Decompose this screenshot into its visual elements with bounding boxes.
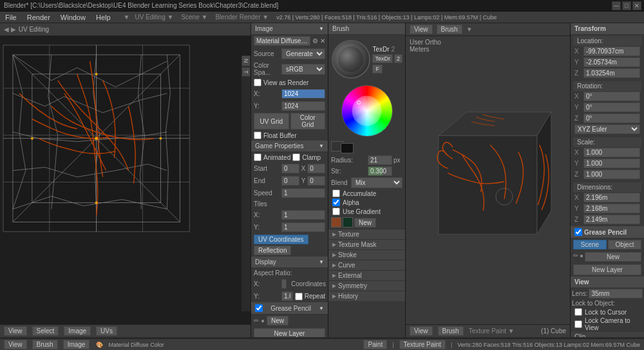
viewport-tex-paint-dropdown[interactable]: Texture Paint ▼ (469, 327, 515, 335)
color-grid-button[interactable]: Color Grid (290, 113, 326, 130)
uv-grid-button[interactable]: UV Grid (254, 113, 289, 130)
aspect-x-input[interactable] (281, 279, 287, 289)
speed-input[interactable] (281, 188, 325, 198)
use-gradient-check[interactable] (332, 208, 340, 215)
dim-x-input[interactable]: 2.196m (583, 193, 640, 202)
curve-section[interactable]: ▶ Curve (328, 260, 405, 270)
x-game-input[interactable] (307, 164, 325, 173)
viewport-footer-view-btn[interactable]: View (410, 326, 433, 336)
f-button[interactable]: F (372, 64, 383, 73)
gp-right-new-layer-btn[interactable]: New Layer (573, 264, 641, 275)
y-res-input[interactable] (281, 101, 325, 111)
float-buffer-check[interactable] (254, 131, 261, 139)
loc-y-input[interactable]: -2.05734m (583, 57, 640, 67)
menu-help[interactable]: Help (93, 14, 113, 21)
symmetry-section[interactable]: ▶ Symmetry (328, 280, 405, 291)
view-section-header[interactable]: View (571, 277, 644, 288)
rot-x-input[interactable]: 0° (583, 92, 640, 101)
scale-y-input[interactable]: 1.000 (583, 159, 640, 168)
gp-right-section-header[interactable]: Grease Pencil (571, 226, 644, 238)
brush-preview[interactable] (332, 40, 370, 79)
external-section[interactable]: ▶ External (328, 270, 405, 280)
maximize-button[interactable]: □ (622, 1, 631, 10)
viewport-3d[interactable]: View Brush ▼ User Ortho Meters (406, 23, 570, 337)
gp-new-layer-button[interactable]: New Layer (254, 328, 325, 337)
viewport-footer-brush-btn[interactable]: Brush (438, 326, 464, 336)
texture-mask-section[interactable]: ▶ Texture Mask (328, 239, 405, 249)
gp-right-new-btn[interactable]: New (585, 252, 641, 262)
tex-dr-button[interactable]: TexDr (372, 54, 393, 63)
display-section-header[interactable]: Display ▼ (251, 257, 328, 268)
select-button[interactable]: Select (32, 326, 59, 336)
status-view-btn[interactable]: View (4, 340, 27, 349)
accumulate-check[interactable] (332, 190, 340, 197)
workspace-dropdown[interactable]: UV Editing ▼ (135, 14, 173, 21)
tiles-y-input[interactable] (281, 222, 325, 232)
start-input[interactable] (281, 164, 299, 173)
blend-select[interactable]: Mix (351, 177, 402, 188)
x-res-input[interactable] (281, 89, 325, 99)
image-settings-icon[interactable]: ⚙ (312, 37, 318, 44)
reflection-button[interactable]: Reflection (254, 246, 291, 255)
color-wheel[interactable] (341, 85, 393, 137)
colorspace-select[interactable]: sRGB (281, 64, 325, 75)
radius-input[interactable] (368, 155, 392, 165)
close-button[interactable]: ✕ (632, 1, 641, 10)
loc-z-input[interactable]: 1.03254m (583, 68, 640, 78)
stroke-section[interactable]: ▶ Stroke (328, 249, 405, 260)
image-tab-2[interactable]: T (242, 67, 251, 77)
viewport-view-btn[interactable]: View (410, 24, 433, 34)
euler-select[interactable]: XYZ Euler (574, 124, 640, 134)
menu-render[interactable]: Render (24, 14, 53, 21)
dim-z-input[interactable]: 2.149m (583, 215, 640, 224)
view-as-render-check[interactable] (254, 79, 261, 86)
texture-section[interactable]: ▶ Texture (328, 229, 405, 239)
dim-y-input[interactable]: 2.168m (583, 204, 640, 213)
loc-x-input[interactable]: -99.70937cm (583, 46, 640, 56)
brush-color-icon[interactable] (331, 217, 341, 228)
lens-input[interactable]: 35mm (589, 289, 643, 298)
history-section[interactable]: ▶ History (328, 291, 405, 301)
gp-right-check[interactable] (574, 228, 582, 236)
grease-pencil-check[interactable] (255, 304, 263, 312)
aspect-y-input[interactable] (281, 291, 293, 301)
viewport-brush-btn[interactable]: Brush (437, 24, 462, 34)
image-section-header[interactable]: Image ▼ (251, 23, 328, 35)
brush-2-button[interactable]: 2 (394, 54, 402, 63)
uvs-button[interactable]: UVs (96, 326, 117, 336)
repeat-check[interactable] (295, 293, 303, 300)
image-tab-connections[interactable]: N (242, 55, 251, 66)
alpha-check[interactable] (332, 199, 340, 206)
y-game-input[interactable] (307, 176, 325, 186)
image-name-display[interactable]: Material Diffuse C... (254, 36, 310, 46)
image-close-icon[interactable]: ✕ (320, 37, 325, 44)
uv-canvas[interactable]: N T (0, 36, 251, 324)
scene-dropdown[interactable]: Scene ▼ (181, 14, 207, 21)
viewport-canvas[interactable]: User Ortho Meters (406, 36, 570, 324)
lock-cursor-check[interactable] (574, 308, 582, 316)
status-brush-btn[interactable]: Brush (32, 340, 58, 349)
source-select[interactable]: Generated (281, 48, 325, 59)
status-paint-btn[interactable]: Paint (363, 340, 387, 349)
transform-section-header[interactable]: Transform (571, 23, 644, 35)
status-tex-paint-btn[interactable]: Texture Paint (399, 340, 446, 349)
uv-coords-button[interactable]: UV Coordinates (254, 235, 308, 244)
scale-z-input[interactable]: 1.000 (583, 170, 640, 179)
scale-x-input[interactable]: 1.000 (583, 148, 640, 157)
status-image-btn[interactable]: Image (63, 340, 90, 349)
gp-new-button[interactable]: New (267, 316, 289, 326)
gp-scene-btn[interactable]: Scene (573, 240, 607, 249)
animated-check[interactable] (254, 153, 261, 161)
clamp-check[interactable] (292, 153, 300, 161)
tiles-x-input[interactable] (281, 210, 325, 220)
strength-input[interactable] (368, 166, 392, 176)
minimize-button[interactable]: — (612, 1, 621, 10)
brush-color-icon2[interactable] (343, 217, 353, 228)
background-color-swatch[interactable] (341, 143, 354, 153)
image-button[interactable]: Image (64, 326, 91, 336)
menu-window[interactable]: Window (58, 14, 88, 21)
end-input[interactable] (281, 176, 299, 186)
view-button[interactable]: View (4, 326, 27, 336)
grease-pencil-section-header[interactable]: Grease Pencil ▼ (251, 302, 328, 315)
rot-y-input[interactable]: 0° (583, 102, 640, 112)
